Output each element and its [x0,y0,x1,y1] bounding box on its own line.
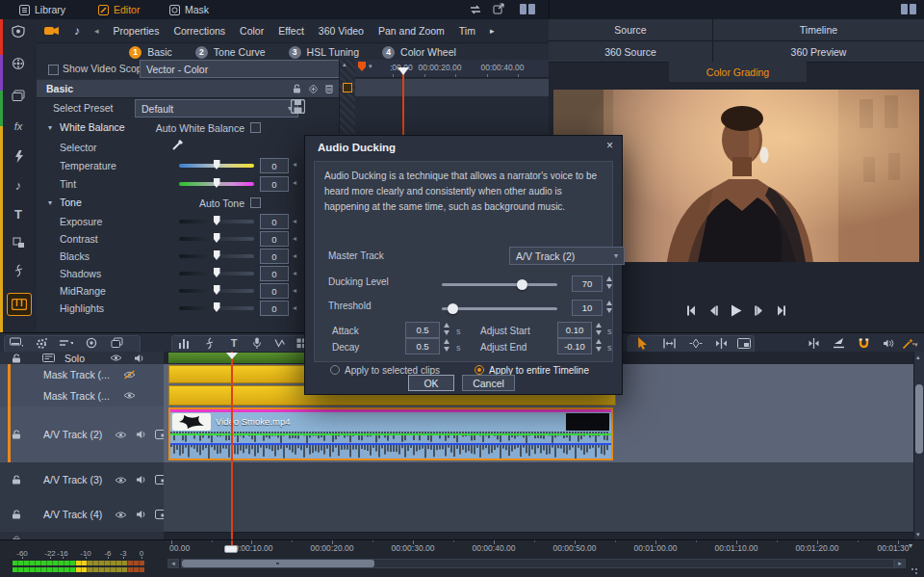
timeline-view-icon[interactable] [10,336,23,350]
video-camera-icon[interactable] [44,26,60,36]
attack-value[interactable]: 0.5 [405,322,440,338]
auto-white-balance-checkbox[interactable] [250,122,261,133]
settings-gear-icon[interactable] [35,336,48,350]
reset-arrow-icon[interactable]: ◂ [293,235,296,243]
selection-cursor-icon[interactable] [635,336,649,350]
adjust-end-stepper[interactable] [595,338,603,353]
trash-icon[interactable] [325,84,333,93]
preview-layout-icon[interactable] [901,4,916,14]
close-icon[interactable]: × [606,139,613,152]
temperature-slider[interactable] [179,164,254,168]
track-size-icon[interactable] [60,336,73,350]
apply-selected-clips-radio[interactable] [330,365,340,375]
volume-line-green[interactable] [170,433,611,435]
reset-arrow-icon[interactable]: ◂ [293,218,296,225]
workflow-step[interactable]: 1 Basic [129,46,172,59]
resize-grip[interactable] [911,567,918,575]
record-target-icon[interactable] [85,336,98,350]
slider-value[interactable]: 0 [260,266,289,281]
apply-entire-timeline-radio[interactable] [475,365,484,375]
threshold-slider[interactable] [442,307,557,310]
reset-arrow-icon[interactable]: ◂ [293,161,296,169]
title-tool-icon[interactable]: T [227,336,241,350]
tab-scroll-right-icon[interactable]: ▸ [490,26,495,36]
lock-icon[interactable] [12,354,21,363]
speaker-icon[interactable] [136,475,147,485]
slider-track[interactable] [179,254,254,258]
trim-tool-icon[interactable] [662,336,676,350]
adjust-start-stepper[interactable] [595,322,603,336]
reset-arrow-icon[interactable]: ◂ [293,270,296,277]
export-icon[interactable] [493,3,505,15]
show-video-scope-checkbox[interactable] [48,65,59,75]
tab-time-remapping[interactable]: Tim [459,25,475,37]
lock-icon[interactable] [12,430,21,439]
voice-over-wave-icon[interactable] [273,336,287,350]
threshold-thumb[interactable] [448,303,458,314]
slider-thumb[interactable] [214,233,220,243]
eye-icon[interactable] [115,431,127,439]
scroll-left-button[interactable]: ◂ [167,559,179,568]
slider-track[interactable] [179,272,254,275]
keyboard-panel-active[interactable] [7,293,32,316]
slider-track[interactable] [179,220,254,223]
stretch-tool-icon[interactable] [689,336,703,350]
slider-thumb[interactable] [214,268,220,277]
reset-arrow-icon[interactable]: ◂ [293,304,296,312]
slider-thumb[interactable] [214,216,220,225]
decay-value[interactable]: 0.5 [405,338,440,354]
horizontal-scroll-thumb[interactable] [182,560,374,567]
tab-timeline[interactable]: Timeline [713,19,924,40]
dual-view-icon[interactable] [520,4,535,14]
threshold-value[interactable]: 10 [572,300,603,316]
slider-value[interactable]: 0 [260,283,289,299]
previous-frame-button[interactable] [708,305,718,316]
ducking-level-slider[interactable] [442,283,557,286]
tab-360-source[interactable]: 360 Source [549,41,712,62]
tab-color-grading[interactable]: Color Grading [669,62,807,82]
threshold-stepper[interactable] [605,300,614,314]
scoring-tool-icon[interactable] [202,336,216,350]
eye-icon[interactable] [110,354,122,362]
vertical-scroll-thumb[interactable] [915,384,923,454]
media-library-icon[interactable] [11,88,26,103]
split-clip-icon[interactable] [807,336,820,350]
tab-properties[interactable]: Properties [114,25,160,37]
tab-color[interactable]: Color [240,25,264,37]
audio-tab-note-icon[interactable]: ♪ [74,24,80,38]
l ock-icon[interactable] [293,84,301,93]
workflow-step[interactable]: 4 Color Wheel [382,46,456,59]
eyedropper-icon[interactable] [171,139,184,151]
next-frame-button[interactable] [755,305,764,316]
speaker-icon[interactable] [134,354,145,363]
reset-arrow-icon[interactable]: ◂ [293,287,296,295]
speaker-icon[interactable] [136,430,147,439]
slider-value[interactable]: 0 [260,301,289,316]
tab-library[interactable]: Library [19,0,65,19]
transitions-bolt-icon[interactable] [11,148,26,164]
sync-arrows-icon[interactable] [469,4,482,15]
av-track-4-lane[interactable] [164,497,913,533]
av-track-4-header[interactable]: A/V Track (4) [0,497,164,533]
av-track-3-lane[interactable] [164,462,913,498]
tab-effect[interactable]: Effect [278,25,304,37]
projects-reel-icon[interactable] [11,56,26,71]
audio-note-icon[interactable]: ♪ [11,177,26,193]
eye-icon[interactable] [115,511,127,519]
master-track-dropdown[interactable]: A/V Track (2) ▾ [509,247,625,265]
slider-value[interactable]: 0 [260,231,289,247]
slider-track[interactable] [179,237,254,241]
scroll-up-icon[interactable]: ▴ [343,61,346,68]
tint-value[interactable]: 0 [260,176,289,192]
basic-section-header[interactable]: Basic [37,79,358,98]
audio-scrub-icon[interactable] [882,336,895,350]
ducking-level-stepper[interactable] [605,275,614,290]
audio-mixer-icon[interactable] [177,336,191,350]
cancel-button[interactable]: Cancel [462,375,515,391]
speaker-icon[interactable] [136,510,147,519]
eye-off-icon[interactable] [123,370,136,380]
tab-source[interactable]: Source [549,19,712,40]
microphone-icon[interactable] [250,336,264,350]
ruler-options-icon[interactable]: ▾ [909,541,912,550]
timeline-playhead-handle[interactable] [226,353,238,359]
